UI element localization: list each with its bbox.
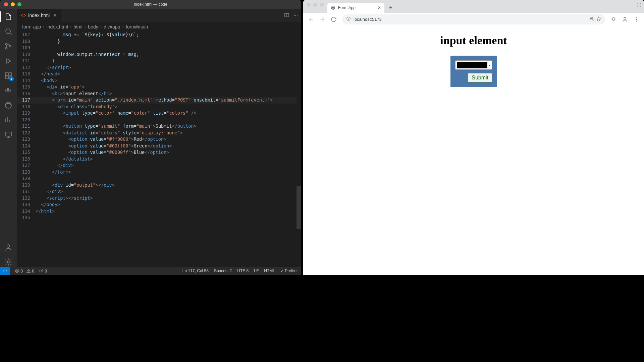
back-button[interactable]: [306, 14, 316, 24]
code-line[interactable]: 132 <script></script>: [17, 195, 301, 202]
svg-rect-10: [9, 90, 10, 91]
svg-point-0: [6, 29, 10, 34]
browser-tab[interactable]: Form App ✕: [327, 3, 384, 13]
breadcrumb-segment[interactable]: html: [73, 24, 82, 29]
line-number: 114: [17, 77, 36, 84]
site-info-icon[interactable]: [346, 16, 351, 22]
remote-explorer-icon[interactable]: [4, 130, 13, 139]
code-line[interactable]: 108 }: [17, 38, 301, 45]
code-line[interactable]: 128 </form>: [17, 169, 301, 176]
code-line[interactable]: 127 </div>: [17, 162, 301, 169]
breadcrumb-segment[interactable]: body: [88, 24, 98, 29]
graph-icon[interactable]: [4, 115, 13, 125]
docker-icon[interactable]: [4, 86, 13, 95]
source-control-icon[interactable]: [4, 42, 13, 51]
line-number: 123: [17, 136, 36, 143]
zoom-window-button[interactable]: [320, 3, 324, 7]
line-number: 115: [17, 84, 36, 90]
code-line[interactable]: 117 <form id="main" action="./index.html…: [17, 97, 301, 104]
code-line[interactable]: 120: [17, 117, 301, 123]
accounts-icon[interactable]: [4, 243, 13, 252]
minimize-window-button[interactable]: [313, 3, 317, 7]
status-bar: 0 0 0 Ln 117, Col 58 Spaces: 2 UTF-8 LF …: [0, 267, 301, 275]
code-line[interactable]: 121 <button type="submit" form="main">Su…: [17, 123, 301, 130]
ports-indicator[interactable]: 0: [39, 268, 47, 274]
code-line[interactable]: 112 </script>: [17, 64, 301, 71]
language-mode[interactable]: HTML: [264, 268, 275, 273]
breadcrumbs[interactable]: form-app›index.html›html›body›div#app›fo…: [17, 22, 301, 32]
code-line[interactable]: 131 </div>: [17, 188, 301, 195]
code-line[interactable]: 119 <input type="color" name="color" lis…: [17, 110, 301, 117]
breadcrumb-segment[interactable]: form-app: [22, 24, 41, 29]
line-number: 121: [17, 123, 36, 130]
code-line[interactable]: 116 <h1>input element</h1>: [17, 90, 301, 97]
formatter[interactable]: ✓ Prettier: [280, 268, 298, 273]
run-debug-icon[interactable]: [4, 56, 13, 66]
activity-bar: 1: [0, 9, 17, 267]
code-line[interactable]: 133 </body>: [17, 201, 301, 208]
code-line[interactable]: 107 msg += `${key}: ${value}\n`;: [17, 32, 301, 38]
eol[interactable]: LF: [254, 268, 259, 273]
code-line[interactable]: 129: [17, 175, 301, 182]
explorer-icon[interactable]: [4, 12, 13, 21]
reload-button[interactable]: [329, 14, 339, 24]
breadcrumb-segment[interactable]: form#main: [126, 24, 148, 29]
close-window-button[interactable]: [307, 3, 311, 7]
edge-icon[interactable]: [4, 101, 13, 110]
svg-point-25: [636, 20, 637, 21]
tab-index-html[interactable]: <> index.html ✕: [17, 9, 61, 22]
line-number: 117: [17, 97, 36, 104]
zoom-icon[interactable]: [590, 16, 594, 22]
code-line[interactable]: 110 window.output.innerText = msg;: [17, 51, 301, 58]
line-number: 124: [17, 143, 36, 149]
line-number: 111: [17, 58, 36, 64]
code-editor[interactable]: 107 msg += `${key}: ${value}\n`;108 }109…: [17, 32, 301, 267]
cursor-position[interactable]: Ln 117, Col 58: [182, 268, 209, 273]
code-line[interactable]: 113 </head>: [17, 71, 301, 77]
code-line[interactable]: 109: [17, 45, 301, 51]
code-line[interactable]: 115 <div id="app">: [17, 84, 301, 90]
search-icon[interactable]: [4, 27, 13, 36]
minimap-scrollbar[interactable]: [297, 32, 301, 267]
indentation[interactable]: Spaces: 2: [214, 268, 232, 273]
url-text: localhost:5173: [354, 17, 382, 22]
code-line[interactable]: 135: [17, 215, 301, 221]
line-number: 135: [17, 215, 36, 221]
address-bar[interactable]: localhost:5173: [342, 14, 605, 24]
new-tab-button[interactable]: +: [386, 3, 395, 12]
problems-indicator[interactable]: 0 0: [15, 268, 34, 274]
more-actions-icon[interactable]: ⋯: [293, 13, 298, 18]
code-line[interactable]: 114 <body>: [17, 77, 301, 84]
extensions-icon[interactable]: 1: [4, 71, 13, 80]
line-number: 107: [17, 32, 36, 38]
submit-button[interactable]: Submit: [468, 73, 492, 82]
bookmark-icon[interactable]: [596, 16, 601, 22]
code-line[interactable]: 118 <div class="formbody">: [17, 104, 301, 110]
menu-icon[interactable]: [631, 14, 641, 24]
code-line[interactable]: 122 <datalist id="colors" style="display…: [17, 130, 301, 136]
tab-close-icon[interactable]: ✕: [53, 13, 57, 18]
line-number: 130: [17, 182, 36, 189]
code-line[interactable]: 134</html>: [17, 208, 301, 215]
breadcrumb-segment[interactable]: index.html: [47, 24, 68, 29]
gear-icon[interactable]: [4, 257, 13, 267]
remote-indicator[interactable]: [0, 267, 10, 275]
code-line[interactable]: 125 <option value="#0000ff">Blue</option…: [17, 149, 301, 156]
code-line[interactable]: 111 }: [17, 58, 301, 64]
extensions-icon[interactable]: [608, 14, 619, 24]
code-line[interactable]: 126 </datalist>: [17, 156, 301, 163]
globe-icon: [331, 5, 335, 10]
color-input[interactable]: ▾: [455, 60, 492, 70]
split-editor-icon[interactable]: [284, 12, 289, 19]
code-line[interactable]: 124 <option value="#00ff00">Green</optio…: [17, 143, 301, 149]
code-line[interactable]: 130 <div id="output"></div>: [17, 182, 301, 189]
line-number: 126: [17, 156, 36, 163]
code-line[interactable]: 123 <option value="#ff0000">Red</option>: [17, 136, 301, 143]
svg-point-23: [636, 17, 637, 18]
forward-button[interactable]: [317, 14, 327, 24]
expand-window-icon[interactable]: [637, 3, 641, 8]
breadcrumb-segment[interactable]: div#app: [104, 24, 120, 29]
profile-icon[interactable]: [620, 14, 630, 24]
close-tab-icon[interactable]: ✕: [378, 5, 381, 10]
encoding[interactable]: UTF-8: [237, 268, 249, 273]
